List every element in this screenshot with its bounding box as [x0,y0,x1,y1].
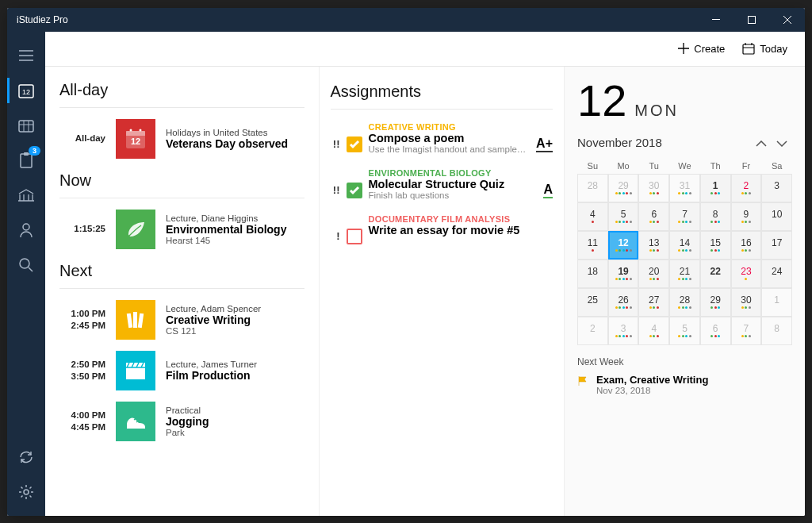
calendar-cell[interactable]: 27 [638,288,669,317]
calendar-cell[interactable]: 10 [761,202,792,231]
search-icon [19,258,33,272]
calendar-cell[interactable]: 18 [577,260,608,288]
assignment-item[interactable]: !! ENVIRONMENTAL BIOLOGY Molecular Struc… [331,163,553,210]
create-button[interactable]: Create [678,43,725,55]
calendar-cell[interactable]: 7 [669,202,700,231]
event-name: Creative Writing [166,313,304,326]
sidebar-search[interactable] [7,248,45,283]
calendar-cell[interactable]: 30 [638,174,669,202]
calendar-cell[interactable]: 5 [669,317,700,345]
calendar-cell[interactable]: 12 [608,231,639,260]
calendar-cell[interactable]: 11 [577,231,608,260]
event-name: Veterans Day observed [166,137,304,150]
chevron-down-icon [776,140,787,147]
close-button[interactable] [769,8,805,32]
sidebar-assignments[interactable]: 3 [7,143,45,178]
nextweek-name: Exam, Creative Writing [596,374,708,386]
calendar-cell[interactable]: 4 [638,317,669,345]
svg-rect-16 [127,313,132,328]
assignment-item[interactable]: ! DOCUMENTARY FILM ANALYSIS Write an ess… [331,210,553,254]
calendar-cell[interactable]: 16 [731,231,762,260]
calendar-cell[interactable]: 14 [669,231,700,260]
svg-rect-4 [19,121,33,132]
today-button[interactable]: Today [742,42,787,55]
svg-rect-5 [21,154,32,167]
calendar-cell[interactable]: 3 [608,317,639,345]
calendar-cell[interactable]: 30 [731,288,762,317]
event-meta: Lecture, Adam Spencer [166,304,304,313]
event-time: All-day [59,133,105,144]
calendar-cell[interactable]: 1 [761,288,792,317]
next-month-button[interactable] [772,133,792,153]
calendar-cell[interactable]: 13 [638,231,669,260]
calendar-cell[interactable]: 22 [700,260,731,288]
event-time: 1:15:25 [59,223,105,235]
sidebar-sync[interactable] [7,440,45,475]
calendar-cell[interactable]: 20 [638,260,669,288]
calendar-cell[interactable]: 21 [669,260,700,288]
event-row[interactable]: All-day 12 Holidays in United States Vet… [59,116,304,167]
sidebar-planner[interactable] [7,178,45,213]
assignment-checkbox[interactable] [347,229,362,244]
maximize-button[interactable] [733,8,769,32]
window-title: iStudiez Pro [7,14,698,25]
event-row[interactable]: 1:00 PM2:45 PM Lecture, Adam Spencer Cre… [59,297,304,348]
event-meta: Lecture, Diane Higgins [166,213,304,223]
sidebar-hamburger[interactable] [7,38,45,73]
assignment-checkbox[interactable] [347,183,362,198]
svg-rect-17 [133,312,137,328]
calendar-cell[interactable]: 24 [761,260,792,288]
svg-rect-6 [24,152,29,156]
calendar-cell[interactable]: 4 [577,202,608,231]
calendar-cell[interactable]: 15 [700,231,731,260]
film-icon [116,351,155,390]
calendar-cell[interactable]: 5 [608,202,639,231]
gear-icon [18,484,34,500]
minimize-button[interactable] [698,8,733,32]
sidebar-instructors[interactable] [7,213,45,248]
calendar-cell[interactable]: 26 [608,288,639,317]
nextweek-item[interactable]: Exam, Creative Writing Nov 23, 2018 [577,374,792,395]
dow-header: Mo [608,158,639,174]
assignment-item[interactable]: !! CREATIVE WRITING Compose a poem Use t… [331,117,553,163]
sidebar-day[interactable]: 12 [7,73,45,108]
calendar-cell[interactable]: 6 [638,202,669,231]
event-name: Environmental Biology [166,223,304,236]
calendar-cell[interactable]: 6 [700,317,731,345]
calendar-cell[interactable]: 28 [577,174,608,202]
sidebar-settings[interactable] [7,475,45,510]
calendar-icon: 12 [116,119,155,159]
allday-title: All-day [59,81,304,99]
calendar-cell[interactable]: 3 [761,174,792,202]
calendar-cell[interactable]: 8 [761,317,792,345]
calendar-cell[interactable]: 7 [731,317,762,345]
calendar-cell[interactable]: 29 [608,174,639,202]
sync-icon [18,449,34,465]
now-title: Now [59,171,304,190]
flag-icon [577,375,588,386]
dow-header: We [669,158,700,174]
calendar-cell[interactable]: 31 [669,174,700,202]
titlebar: iStudiez Pro [7,8,805,32]
event-row[interactable]: 4:00 PM4:45 PM Practical Jogging Park [59,398,304,449]
calendar-cell[interactable]: 8 [700,202,731,231]
calendar-cell[interactable]: 9 [731,202,762,231]
calendar-cell[interactable]: 28 [669,288,700,317]
nextweek-title: Next Week [577,356,792,367]
calendar-cell[interactable]: 1 [700,174,731,202]
calendar-cell[interactable]: 2 [731,174,762,202]
calendar-cell[interactable]: 19 [608,260,639,288]
assignment-checkbox[interactable] [347,137,362,152]
prev-month-button[interactable] [751,133,772,153]
calendar-cell[interactable]: 17 [761,231,792,260]
assignment-title: Molecular Structure Quiz [369,178,538,190]
event-row[interactable]: 2:50 PM3:50 PM Lecture, James Turner Fil… [59,348,304,398]
calendar-cell[interactable]: 23 [731,260,762,288]
sidebar-week[interactable] [7,108,45,143]
calendar-cell[interactable]: 25 [577,288,608,317]
event-row[interactable]: 1:15:25 Lecture, Diane Higgins Environme… [59,206,304,257]
calendar-column: 12 MON November 2018 SuMoTuWeThFrSa28293… [564,67,805,516]
event-meta: Practical [166,406,304,415]
calendar-cell[interactable]: 2 [577,317,608,345]
calendar-cell[interactable]: 29 [700,288,731,317]
